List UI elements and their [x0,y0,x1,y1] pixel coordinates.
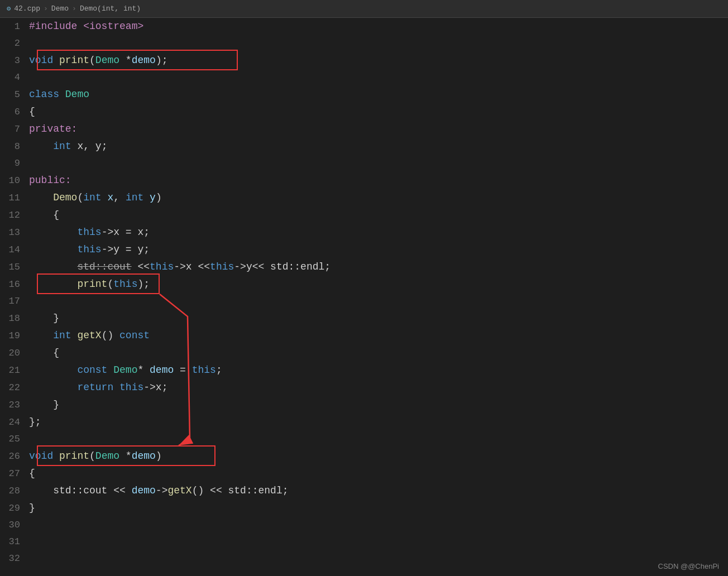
line-content[interactable]: const Demo* demo = this; [29,362,728,378]
code-line: 29} [0,500,728,517]
line-content[interactable]: int getX() const [29,327,728,344]
code-line: 6{ [0,103,728,121]
breadcrumb-sep1: › [44,4,48,13]
line-content[interactable]: private: [29,121,728,137]
code-line: 4 [0,69,728,86]
line-number: 24 [0,414,29,431]
line-content[interactable]: } [29,396,728,413]
tab-bar: ⚙ 42.cpp › Demo › Demo(int, int) [0,0,728,18]
line-number: 19 [0,328,29,344]
line-number: 29 [0,500,29,517]
code-line: 22 return this->x; [0,379,728,396]
line-number: 13 [0,224,29,241]
code-line: 10public: [0,172,728,189]
code-line: 9 [0,155,728,172]
line-content[interactable]: }; [29,414,728,430]
line-number: 28 [0,483,29,500]
code-line: 23 } [0,396,728,414]
line-content[interactable]: std::cout << demo->getX() << std::endl; [29,482,728,499]
breadcrumb-sep2: › [72,4,76,13]
code-line: 31 [0,534,728,550]
watermark: CSDN @@ChenPi [658,562,719,570]
code-line: 20 { [0,344,728,362]
code-line: 11 Demo(int x, int y) [0,189,728,207]
code-line: 3void print(Demo *demo); [0,52,728,69]
code-line: 32 [0,550,728,567]
breadcrumb-method: Demo(int, int) [80,4,141,13]
code-line: 8 int x, y; [0,138,728,155]
code-line: 16 print(this); [0,276,728,293]
line-number: 26 [0,448,29,465]
line-content[interactable]: public: [29,172,728,189]
line-number: 17 [0,293,29,310]
line-number: 14 [0,242,29,258]
line-number: 6 [0,104,29,121]
line-number: 11 [0,190,29,207]
line-content[interactable]: this->y = y; [29,241,728,258]
code-line: 2 [0,35,728,52]
code-line: 15 std::cout <<this->x <<this->y<< std::… [0,258,728,276]
line-number: 3 [0,52,29,69]
breadcrumb-class: Demo [51,4,69,13]
line-content[interactable]: } [29,310,728,327]
code-line: 13 this->x = x; [0,224,728,241]
line-number: 20 [0,345,29,362]
line-number: 25 [0,431,29,448]
line-content[interactable]: { [29,465,728,482]
line-content[interactable]: std::cout <<this->x <<this->y<< std::end… [29,258,728,275]
line-number: 22 [0,380,29,396]
code-area: 1#include <iostream>23void print(Demo *d… [0,18,728,567]
line-number: 4 [0,69,29,86]
tab-filename[interactable]: 42.cpp [14,4,40,13]
line-number: 9 [0,155,29,172]
tab-icon: ⚙ [7,4,11,13]
line-number: 32 [0,550,29,567]
code-line: 21 const Demo* demo = this; [0,362,728,379]
line-number: 5 [0,87,29,103]
line-content[interactable]: } [29,500,728,516]
line-content[interactable]: #include <iostream> [29,18,728,35]
line-content[interactable]: return this->x; [29,379,728,396]
code-line: 12 { [0,207,728,224]
code-line: 24}; [0,414,728,431]
line-number: 12 [0,207,29,224]
line-number: 16 [0,276,29,293]
line-number: 15 [0,259,29,276]
line-number: 31 [0,534,29,550]
code-line: 30 [0,517,728,534]
line-content[interactable]: void print(Demo *demo) [29,448,728,464]
code-line: 7private: [0,121,728,138]
line-number: 1 [0,18,29,35]
line-content[interactable]: Demo(int x, int y) [29,189,728,206]
line-number: 7 [0,121,29,138]
code-line: 17 [0,293,728,310]
code-line: 26void print(Demo *demo) [0,448,728,465]
line-content[interactable]: void print(Demo *demo); [29,52,728,69]
line-content[interactable]: print(this); [29,276,728,292]
line-content[interactable]: { [29,207,728,223]
code-line: 25 [0,431,728,448]
line-content[interactable]: { [29,103,728,120]
line-number: 18 [0,310,29,327]
code-line: 5class Demo [0,86,728,103]
code-line: 27{ [0,465,728,482]
line-content[interactable]: { [29,344,728,361]
code-line: 19 int getX() const [0,327,728,344]
code-line: 1#include <iostream> [0,18,728,35]
line-content[interactable]: this->x = x; [29,224,728,241]
line-number: 30 [0,517,29,534]
code-line: 14 this->y = y; [0,241,728,258]
line-content[interactable]: class Demo [29,86,728,103]
line-number: 21 [0,362,29,379]
line-number: 2 [0,35,29,52]
line-number: 27 [0,465,29,482]
code-line: 28 std::cout << demo->getX() << std::end… [0,482,728,500]
line-number: 8 [0,138,29,155]
line-content[interactable]: int x, y; [29,138,728,155]
line-number: 10 [0,172,29,189]
line-number: 23 [0,397,29,414]
code-line: 18 } [0,310,728,327]
